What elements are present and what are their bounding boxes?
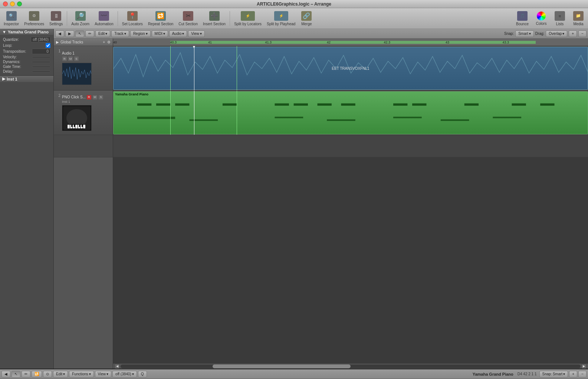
- track-lane-3[interactable]: [113, 135, 588, 157]
- svg-rect-32: [275, 117, 303, 118]
- global-tracks-ruler: 40 40.3 41 41.3 42 42.3 43 43.3: [113, 39, 588, 46]
- arrange-h-scrollbar[interactable]: ◀ ▶: [113, 363, 588, 369]
- lists-label: Lists: [556, 22, 564, 26]
- split-locators-icon: ⚡: [241, 11, 255, 21]
- toolbar-media[interactable]: 📁 Media: [570, 10, 587, 27]
- transposition-value[interactable]: 0: [32, 49, 50, 54]
- media-icon: 📁: [573, 11, 584, 21]
- track-subname-2: Inst 1: [62, 100, 111, 104]
- drag-value-btn[interactable]: Overlap ▾: [546, 30, 567, 37]
- track-header-3: [54, 135, 113, 157]
- track-menu[interactable]: Track ▾: [111, 30, 129, 37]
- pr-functions-menu[interactable]: Functions ▾: [69, 371, 93, 378]
- edit-menu[interactable]: Edit ▾: [95, 30, 110, 37]
- track-mute-btn-2[interactable]: M: [92, 95, 98, 100]
- track-record-btn-1[interactable]: R: [62, 56, 67, 61]
- window-controls[interactable]: [3, 1, 22, 6]
- svg-rect-17: [137, 104, 151, 106]
- toolbar-auto-zoom[interactable]: 🔎 Auto Zoom: [69, 10, 92, 27]
- toolbar-lists[interactable]: ≡ Lists: [552, 10, 568, 27]
- pr-capture-btn[interactable]: ⊙: [43, 371, 52, 378]
- pr-quantize-btn[interactable]: off (3840) ▾: [112, 371, 137, 378]
- toolbar-bounce[interactable]: 🎵 Bounce: [514, 10, 531, 27]
- midi-clip-1[interactable]: Yamaha Grand Piano: [113, 91, 588, 134]
- pointer-tool-button[interactable]: ↖: [75, 30, 84, 37]
- pr-edit-menu[interactable]: Edit ▾: [53, 371, 68, 378]
- pr-loop-btn[interactable]: 🔁: [32, 371, 42, 378]
- track-lane-1[interactable]: EET TRANSVOXFNL1: [113, 46, 588, 91]
- svg-rect-19: [175, 104, 189, 106]
- scrollbar-track[interactable]: [121, 365, 581, 368]
- toolbar-preferences[interactable]: ⚙ Preferences: [22, 10, 46, 27]
- toolbar-split-playhead[interactable]: ⚡ Split by Playhead: [265, 10, 298, 27]
- quantize-value[interactable]: off (3840): [31, 37, 50, 42]
- svg-rect-26: [412, 104, 426, 106]
- region-menu[interactable]: Region ▾: [130, 30, 151, 37]
- ruler-40: 40: [113, 40, 117, 44]
- toolbar-repeat-section[interactable]: 🔁 Repeat Section: [146, 10, 175, 27]
- track-mute-btn-1[interactable]: M: [68, 56, 73, 61]
- piano-thumbnail-svg: [62, 105, 91, 131]
- locator-left-2: [170, 91, 171, 135]
- pr-pencil-tool[interactable]: ✏: [22, 371, 30, 378]
- toolbar-automation[interactable]: 〰 Automation: [92, 10, 116, 27]
- velocity-row: Velocity:: [2, 55, 51, 59]
- close-button[interactable]: [3, 1, 8, 6]
- track-record-btn-2[interactable]: R: [86, 95, 92, 100]
- toolbar-inspector[interactable]: 🔍 Inspector: [1, 10, 21, 27]
- scrollbar-thumb[interactable]: [213, 365, 351, 368]
- toolbar-colors[interactable]: Colors: [533, 10, 549, 27]
- loop-row: Loop:: [2, 43, 51, 48]
- scroll-arrows-right: ▶: [581, 364, 587, 369]
- dynamics-value[interactable]: [32, 61, 50, 63]
- toolbar-merge[interactable]: 🔗 Merge: [298, 10, 315, 27]
- pr-view-menu[interactable]: View ▾: [95, 371, 112, 378]
- global-tracks-header[interactable]: ▶ Global Tracks + ⚙: [54, 39, 113, 46]
- track-thumb-2: [62, 105, 92, 131]
- inspector-section-title[interactable]: ▼ Yamaha Grand Piano: [0, 29, 53, 35]
- track-solo-btn-2[interactable]: S: [98, 95, 104, 100]
- svg-rect-35: [441, 120, 469, 121]
- global-tracks-add[interactable]: +: [103, 40, 105, 44]
- insert-section-icon: ➕: [209, 11, 220, 21]
- lists-icon: ≡: [555, 11, 565, 21]
- global-tracks-settings[interactable]: ⚙: [107, 40, 111, 44]
- toolbar-settings[interactable]: 🎛 Settings: [47, 10, 65, 27]
- nav-forward-button[interactable]: ▶: [65, 30, 74, 37]
- track-lane-2[interactable]: Yamaha Grand Piano: [113, 91, 588, 135]
- pencil-tool-button[interactable]: ✏: [85, 30, 94, 37]
- zoom-in-button[interactable]: +: [569, 30, 577, 37]
- loop-checkbox[interactable]: [46, 43, 50, 48]
- delay-value[interactable]: [32, 71, 50, 72]
- region-label: Region: [133, 32, 145, 36]
- gate-time-value[interactable]: [32, 66, 50, 68]
- toolbar-set-locators[interactable]: 📍 Set Locators: [120, 10, 145, 27]
- global-tracks-label: Global Tracks: [60, 40, 83, 44]
- pr-q-button[interactable]: Q: [138, 371, 147, 378]
- snap-value-btn[interactable]: Smart ▾: [515, 30, 534, 37]
- pr-nav-back[interactable]: ◀: [1, 371, 10, 378]
- velocity-value[interactable]: [32, 56, 50, 58]
- pr-zoom-out[interactable]: −: [578, 371, 587, 378]
- scroll-left-btn[interactable]: ◀: [115, 364, 120, 369]
- toolbar-split-locators[interactable]: ⚡ Split by Locators: [232, 10, 264, 27]
- pr-pointer-tool[interactable]: ↖: [12, 371, 20, 378]
- toolbar-insert-section[interactable]: ➕ Insert Section: [201, 10, 228, 27]
- pr-snap-btn[interactable]: Snap: Smart ▾: [539, 371, 568, 378]
- toolbar-cut-section[interactable]: ✂ Cut Section: [176, 10, 200, 27]
- ruler-433: 43.3: [503, 40, 509, 44]
- pr-zoom-in[interactable]: +: [569, 371, 577, 378]
- view-menu[interactable]: View ▾: [188, 30, 205, 37]
- scroll-right-btn[interactable]: ▶: [581, 364, 587, 369]
- midi-menu[interactable]: MIDI ▾: [152, 30, 168, 37]
- audio-menu[interactable]: Audio ▾: [169, 30, 187, 37]
- zoom-out-button[interactable]: −: [578, 30, 587, 37]
- nav-back-button[interactable]: ◀: [55, 30, 64, 37]
- minimize-button[interactable]: [10, 1, 15, 6]
- merge-label: Merge: [301, 22, 312, 26]
- inspector-inst1-title[interactable]: ▶ Inst 1: [0, 76, 53, 82]
- track-solo-btn-1[interactable]: S: [74, 56, 79, 61]
- maximize-button[interactable]: [17, 1, 22, 6]
- loop-label: Loop:: [3, 43, 12, 48]
- audio-clip-1[interactable]: EET TRANSVOXFNL1: [113, 47, 588, 90]
